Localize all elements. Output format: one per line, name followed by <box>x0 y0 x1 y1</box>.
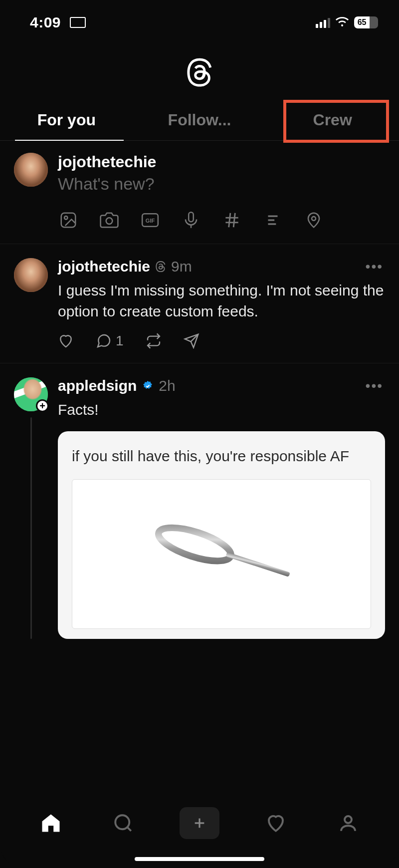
post-timestamp: 9m <box>171 258 192 275</box>
home-indicator[interactable] <box>135 857 264 861</box>
svg-rect-5 <box>189 212 194 222</box>
like-button[interactable] <box>58 333 74 349</box>
share-button[interactable] <box>184 333 200 349</box>
nav-home[interactable] <box>35 807 67 839</box>
battery-icon: 65 <box>354 16 378 28</box>
repost-button[interactable] <box>146 333 162 349</box>
location-icon[interactable] <box>304 211 323 230</box>
nav-activity[interactable] <box>260 807 292 839</box>
poll-icon[interactable] <box>263 211 282 230</box>
svg-point-14 <box>155 521 234 568</box>
svg-point-16 <box>115 815 129 829</box>
image-caption: if you still have this, you're responsib… <box>72 445 371 467</box>
threads-logo-icon <box>186 56 213 90</box>
post-image <box>72 479 371 629</box>
svg-point-1 <box>64 216 67 219</box>
status-time: 4:09 <box>30 14 61 31</box>
svg-point-20 <box>345 816 352 823</box>
post-username[interactable]: jojothetechie <box>58 258 150 275</box>
status-bar: 4:09 65 <box>0 0 399 39</box>
nav-compose[interactable] <box>180 807 219 839</box>
feed-post[interactable]: + appledsign 2h ••• Facts! if you still … <box>0 363 399 639</box>
composer-placeholder[interactable]: What's new? <box>58 174 385 194</box>
post-menu-button[interactable]: ••• <box>366 259 385 275</box>
thread-line <box>30 417 32 639</box>
post-timestamp: 2h <box>159 377 175 394</box>
svg-line-9 <box>233 213 235 228</box>
microphone-icon[interactable] <box>182 211 200 230</box>
svg-point-13 <box>312 217 316 221</box>
post-menu-button[interactable]: ••• <box>366 378 385 394</box>
tab-following[interactable]: Follow... <box>133 103 266 140</box>
svg-rect-0 <box>61 213 76 228</box>
nav-profile[interactable] <box>332 807 364 839</box>
verified-badge-icon <box>142 380 154 392</box>
composer-username: jojothetechie <box>58 153 385 171</box>
reply-count: 1 <box>116 333 124 349</box>
svg-rect-15 <box>225 552 290 577</box>
attach-image-icon[interactable] <box>59 211 78 230</box>
svg-line-8 <box>229 213 230 228</box>
compose-post[interactable]: jojothetechie What's new? GIF <box>0 141 399 244</box>
wifi-icon <box>335 16 349 29</box>
hashtag-icon[interactable] <box>222 211 241 230</box>
post-image-card[interactable]: if you still have this, you're responsib… <box>58 431 385 639</box>
cell-signal-icon <box>316 17 330 28</box>
camera-icon[interactable] <box>100 211 119 230</box>
threads-badge-icon <box>155 261 166 272</box>
svg-text:GIF: GIF <box>146 218 155 224</box>
feed-post[interactable]: jojothetechie 9m ••• I guess I'm missing… <box>0 244 399 363</box>
annotation-highlight-box <box>283 100 389 143</box>
nav-search[interactable] <box>107 807 139 839</box>
post-text: I guess I'm missing something. I'm not s… <box>58 280 385 322</box>
user-avatar[interactable] <box>14 153 48 187</box>
post-username[interactable]: appledsign <box>58 377 137 394</box>
post-author-avatar[interactable] <box>14 258 48 292</box>
gif-icon[interactable]: GIF <box>141 211 160 230</box>
svg-line-17 <box>128 828 131 831</box>
tab-for-you[interactable]: For you <box>0 103 133 140</box>
reply-button[interactable]: 1 <box>96 333 124 349</box>
svg-point-2 <box>106 218 113 224</box>
screen-mirror-icon <box>70 17 86 28</box>
follow-add-icon[interactable]: + <box>36 399 49 412</box>
post-text: Facts! <box>58 399 385 420</box>
